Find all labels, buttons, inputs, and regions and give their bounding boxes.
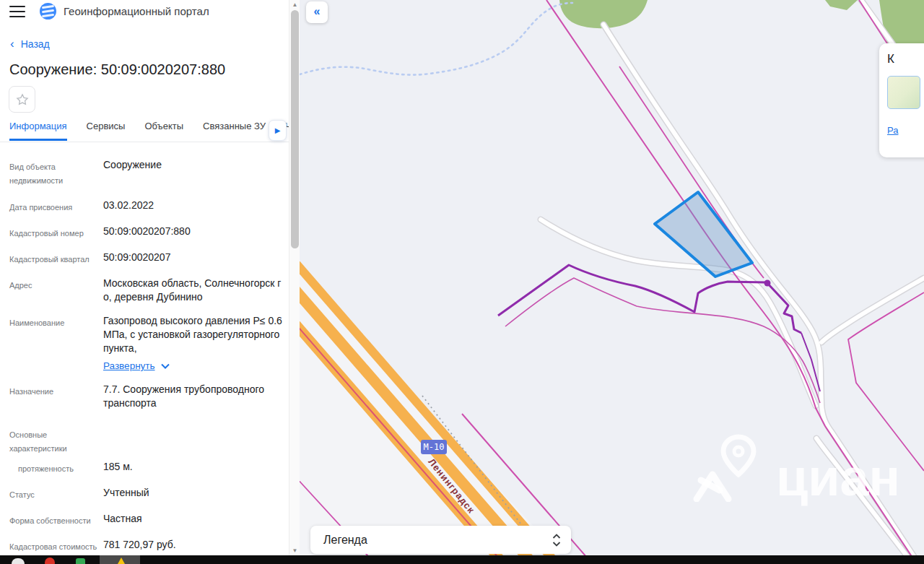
tabs-scroll-right-button[interactable]: ▶ — [269, 120, 287, 141]
field-value: 50:09:0020207 — [103, 251, 286, 266]
basemap-panel-title: К — [887, 52, 924, 66]
field-row: Вид объекта недвижимости Сооружение — [9, 158, 287, 188]
portal-logo-icon — [40, 3, 56, 19]
field-row: Назначение 7.7. Сооружения трубопроводно… — [9, 383, 287, 410]
field-label: Статус — [9, 486, 103, 502]
field-label: Форма собственности — [9, 512, 103, 528]
field-label: Основные характеристики — [9, 426, 103, 456]
tab-bar: Информация Сервисы Объекты Связанные ЗУ … — [0, 121, 289, 142]
taskbar-app-icon[interactable] — [12, 558, 25, 564]
legend-title: Легенда — [323, 534, 552, 547]
scrollbar-thumb[interactable] — [291, 10, 299, 248]
field-value: Газопровод высокого давления Р≤ 0.6 МПа,… — [103, 314, 286, 373]
attributes-list: Вид объекта недвижимости Сооружение Дата… — [9, 158, 287, 564]
field-value: Учтенный — [103, 486, 286, 502]
hamburger-menu-icon[interactable] — [9, 6, 25, 17]
field-value: 781 720,97 руб. — [103, 538, 286, 554]
object-info-sidebar: Геоинформационный портал ‹ Назад Сооруже… — [0, 0, 289, 564]
taskbar-app-icon[interactable] — [76, 558, 85, 564]
road-badge: М-10 — [421, 440, 447, 454]
field-label: Наименование — [9, 314, 103, 373]
sidebar-header: Геоинформационный портал — [0, 0, 289, 25]
page-title: Сооружение: 50:09:0020207:880 — [9, 61, 225, 78]
field-value — [103, 426, 286, 456]
field-label: Адрес — [9, 277, 103, 304]
field-label: Кадастровая стоимость — [9, 538, 103, 554]
field-label: протяженность — [9, 460, 103, 476]
field-row: Кадастровая стоимость 781 720,97 руб. — [9, 538, 287, 554]
field-row: Форма собственности Частная — [9, 512, 287, 528]
field-value-text: Газопровод высокого давления Р≤ 0.6 МПа,… — [103, 314, 286, 355]
field-row: Кадастровый номер 50:09:0020207:880 — [9, 225, 287, 240]
expand-chevron-icon — [161, 363, 170, 369]
field-value: 50:09:0020207:880 — [103, 225, 286, 240]
field-row: Основные характеристики — [9, 426, 287, 456]
map-canvas[interactable] — [300, 0, 924, 564]
tab-information[interactable]: Информация — [9, 121, 67, 141]
back-chevron-icon: ‹ — [10, 39, 14, 49]
field-value: Частная — [103, 512, 286, 528]
map-viewport[interactable]: « М-10 Ленинградск циан К Ра — [300, 0, 924, 564]
taskbar-app-icon[interactable] — [118, 558, 125, 564]
field-value: 03.02.2022 — [103, 199, 286, 214]
field-row: Наименование Газопровод высокого давлени… — [9, 314, 287, 373]
field-value: Сооружение — [103, 158, 286, 188]
taskbar-app-icon[interactable] — [45, 558, 55, 564]
gas-pipeline-line[interactable] — [498, 265, 820, 391]
field-value: 185 м. — [103, 460, 286, 476]
legend-bar[interactable]: Легенда — [310, 526, 571, 554]
field-label: Дата присвоения — [9, 199, 103, 214]
geo-portal-app: Геоинформационный портал ‹ Назад Сооруже… — [0, 0, 924, 564]
field-row: Адрес Московская область, Солнечногорск … — [9, 277, 287, 304]
expand-row: Развернуть — [103, 359, 286, 373]
field-label: Кадастровый квартал — [9, 251, 103, 266]
os-taskbar — [0, 555, 924, 564]
tab-overflow-arrow-icon: ▶ — [275, 126, 281, 134]
pipeline-node — [764, 280, 771, 287]
expand-link[interactable]: Развернуть — [103, 359, 155, 373]
basemap-thumbnail[interactable] — [887, 76, 920, 109]
tab-related-parcels[interactable]: Связанные ЗУ — [203, 121, 266, 139]
field-row: протяженность 185 м. — [9, 460, 287, 476]
tab-objects[interactable]: Объекты — [144, 121, 183, 139]
tab-services[interactable]: Сервисы — [87, 121, 126, 139]
back-label: Назад — [21, 38, 50, 50]
collapse-sidebar-icon: « — [314, 5, 321, 18]
field-label: Вид объекта недвижимости — [9, 158, 103, 188]
forest-area — [825, 0, 858, 10]
basemap-panel: К Ра — [879, 43, 924, 157]
favorite-button[interactable] — [9, 86, 35, 113]
legend-expander-icon[interactable] — [552, 534, 561, 547]
field-value: Московская область, Солнечногорск г о, д… — [103, 277, 286, 304]
star-icon — [15, 92, 30, 107]
stream-line — [300, 3, 572, 75]
field-value: 7.7. Сооружения трубопроводного транспор… — [103, 383, 286, 410]
field-row: Статус Учтенный — [9, 486, 287, 502]
back-button[interactable]: ‹ Назад — [10, 38, 50, 50]
sidebar-scrollbar[interactable]: ▲ ▼ — [289, 0, 300, 564]
field-label: Назначение — [9, 383, 103, 410]
app-title: Геоинформационный портал — [64, 5, 209, 17]
basemap-panel-link[interactable]: Ра — [887, 125, 898, 136]
scrollbar-down-icon[interactable]: ▼ — [289, 546, 300, 555]
collapse-sidebar-button[interactable]: « — [306, 1, 328, 23]
field-row: Кадастровый квартал 50:09:0020207 — [9, 251, 287, 266]
field-row: Дата присвоения 03.02.2022 — [9, 199, 287, 214]
field-label: Кадастровый номер — [9, 225, 103, 240]
scrollbar-up-icon[interactable]: ▲ — [289, 0, 300, 9]
